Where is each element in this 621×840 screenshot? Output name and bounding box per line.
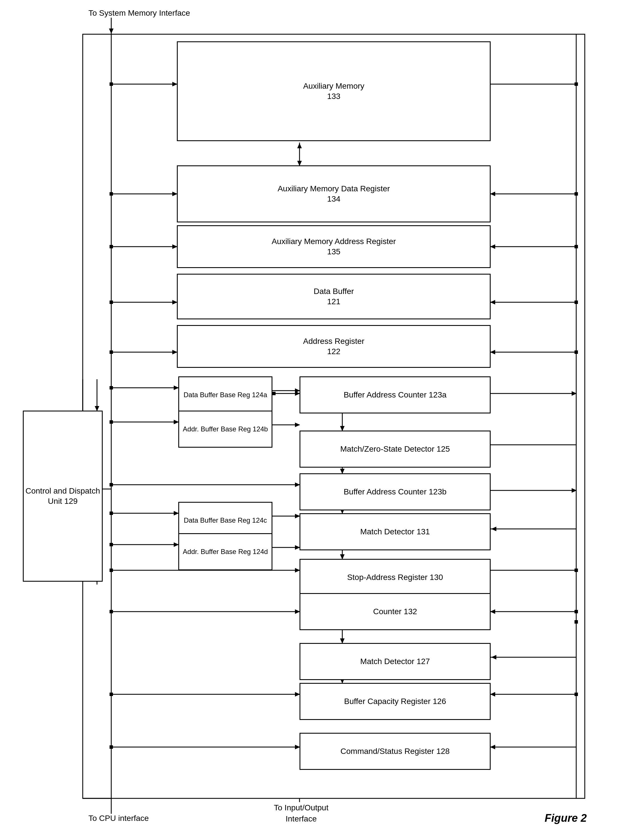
data-buffer-label: Data Buffer xyxy=(314,286,354,296)
svg-rect-93 xyxy=(109,610,113,613)
bac-123a-label: Buffer Address Counter 123a xyxy=(344,390,447,400)
svg-rect-54 xyxy=(109,420,113,424)
control-dispatch-label: Control and Dispatch Unit 129 xyxy=(24,486,102,507)
match-det-127-block: Match Detector 127 xyxy=(300,643,491,680)
diagram-container: To System Memory Interface Auxiliary Mem… xyxy=(0,0,621,840)
counter-132-label: Counter 132 xyxy=(373,606,417,617)
svg-marker-2 xyxy=(109,29,114,34)
aux-memory-number: 133 xyxy=(303,91,365,101)
svg-rect-113 xyxy=(109,745,113,749)
match-det-131-label: Match Detector 131 xyxy=(360,527,430,537)
svg-rect-78 xyxy=(109,543,113,546)
aux-addr-reg-label: Auxiliary Memory Address Register xyxy=(271,236,396,247)
addr-buf-base-d-block: Addr. Buffer Base Reg 124d xyxy=(178,533,273,570)
match-zero-label: Match/Zero-State Detector 125 xyxy=(340,444,450,454)
addr-buf-base-b-block: Addr. Buffer Base Reg 124b xyxy=(178,411,273,448)
system-memory-label: To System Memory Interface xyxy=(88,9,190,18)
svg-marker-83 xyxy=(491,527,496,531)
io-interface-label: To Input/OutputInterface xyxy=(274,802,328,824)
svg-marker-67 xyxy=(572,488,577,493)
svg-rect-13 xyxy=(574,82,578,86)
svg-rect-22 xyxy=(574,192,578,196)
svg-rect-19 xyxy=(109,192,113,196)
svg-rect-70 xyxy=(109,512,113,515)
svg-marker-107 xyxy=(490,692,495,696)
svg-marker-95 xyxy=(490,609,495,614)
buf-cap-reg-block: Buffer Capacity Register 126 xyxy=(300,683,491,720)
svg-rect-88 xyxy=(574,568,578,572)
svg-marker-39 xyxy=(490,350,495,354)
match-det-131-block: Match Detector 131 xyxy=(300,513,491,550)
control-dispatch-block: Control and Dispatch Unit 129 xyxy=(23,411,103,582)
svg-rect-43 xyxy=(272,392,276,395)
address-reg-number: 122 xyxy=(303,346,365,357)
figure-label: Figure 2 xyxy=(545,812,587,824)
svg-rect-96 xyxy=(574,610,578,613)
svg-marker-102 xyxy=(491,655,496,660)
bac-123b-block: Buffer Address Counter 123b xyxy=(300,473,491,511)
cmd-status-reg-block: Command/Status Register 128 xyxy=(300,733,491,770)
svg-rect-12 xyxy=(109,82,113,86)
aux-memory-label: Auxiliary Memory xyxy=(303,81,365,91)
counter-132-block: Counter 132 xyxy=(300,593,491,630)
svg-marker-27 xyxy=(490,244,495,249)
data-buffer-number: 121 xyxy=(314,296,354,307)
aux-addr-reg-block: Auxiliary Memory Address Register 135 xyxy=(177,225,491,268)
addr-buf-base-d-label: Addr. Buffer Base Reg 124d xyxy=(183,547,268,556)
data-buf-base-c-label: Data Buffer Base Reg 124c xyxy=(184,516,267,525)
stop-addr-reg-label: Stop-Address Register 130 xyxy=(347,572,443,583)
svg-marker-45 xyxy=(572,391,577,396)
svg-rect-37 xyxy=(109,351,113,354)
address-reg-block: Address Register 122 xyxy=(177,325,491,368)
svg-marker-33 xyxy=(490,300,495,305)
bac-123b-label: Buffer Address Counter 123b xyxy=(344,487,447,497)
svg-rect-31 xyxy=(109,301,113,304)
svg-rect-97 xyxy=(574,620,578,624)
svg-rect-65 xyxy=(109,483,113,486)
svg-marker-115 xyxy=(490,745,495,749)
svg-rect-34 xyxy=(574,301,578,304)
stop-addr-reg-block: Stop-Address Register 130 xyxy=(300,559,491,596)
address-reg-label: Address Register xyxy=(303,336,365,346)
data-buffer-block: Data Buffer 121 xyxy=(177,274,491,319)
bac-123a-block: Buffer Address Counter 123a xyxy=(300,376,491,414)
svg-rect-86 xyxy=(109,568,113,572)
aux-addr-reg-number: 135 xyxy=(271,247,396,257)
match-zero-block: Match/Zero-State Detector 125 xyxy=(300,431,491,468)
data-buf-base-a-label: Data Buffer Base Reg 124a xyxy=(183,390,267,399)
svg-marker-16 xyxy=(297,143,302,148)
svg-rect-25 xyxy=(109,245,113,248)
cpu-interface-label: To CPU interface xyxy=(88,814,149,823)
svg-rect-40 xyxy=(574,351,578,354)
svg-marker-21 xyxy=(490,192,495,196)
buf-cap-reg-label: Buffer Capacity Register 126 xyxy=(344,696,446,707)
svg-rect-51 xyxy=(109,386,113,390)
aux-data-reg-label: Auxiliary Memory Data Register xyxy=(277,184,390,194)
cmd-status-reg-label: Command/Status Register 128 xyxy=(341,746,450,757)
match-det-127-label: Match Detector 127 xyxy=(360,656,430,667)
aux-data-reg-block: Auxiliary Memory Data Register 134 xyxy=(177,165,491,222)
svg-rect-108 xyxy=(574,693,578,696)
aux-data-reg-number: 134 xyxy=(277,194,390,204)
svg-rect-105 xyxy=(109,693,113,696)
aux-memory-block: Auxiliary Memory 133 xyxy=(177,41,491,141)
addr-buf-base-b-label: Addr. Buffer Base Reg 124b xyxy=(183,425,268,434)
svg-rect-28 xyxy=(574,245,578,248)
data-buf-base-a-block: Data Buffer Base Reg 124a xyxy=(178,376,273,414)
svg-marker-58 xyxy=(295,423,300,427)
